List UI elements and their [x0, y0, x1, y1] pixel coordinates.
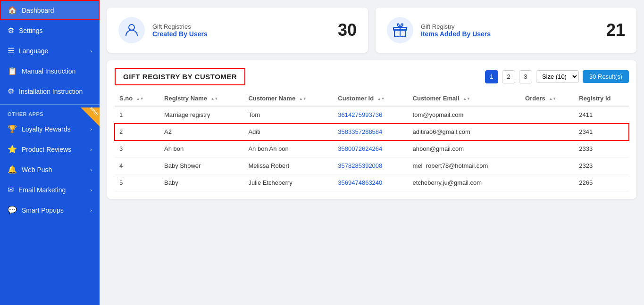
table-row[interactable]: 2 A2 Aditi 3583357288584 aditirao6@gmail…	[115, 124, 629, 140]
cell-customer-email: ahbon@gmail.com	[408, 140, 521, 157]
cell-customer-email: tom@yopmail.com	[408, 106, 521, 124]
pagination-controls: 1 2 3 Size (10) 30 Result(s)	[485, 70, 629, 83]
stat-sublabel: Items Added By Users	[421, 30, 599, 38]
sidebar-item-product-reviews[interactable]: ⭐ Product Reviews ›	[0, 139, 100, 159]
registry-table: S.no ▲▼ Registry Name ▲▼ Customer Name ▲…	[115, 91, 629, 191]
cell-customer-email: mel_robert78@hotmail.com	[408, 157, 521, 174]
trophy-icon: 🏆	[8, 124, 17, 133]
bell-icon: 🔔	[8, 165, 17, 174]
cell-registry-id: 2323	[574, 157, 629, 174]
customer-id-link[interactable]: 3583357288584	[338, 128, 382, 135]
sidebar-item-loyalty-rewards[interactable]: 🏆 Loyalty Rewards ›	[0, 119, 100, 139]
col-sno: S.no ▲▼	[115, 91, 159, 106]
page-btn-2[interactable]: 2	[502, 70, 515, 83]
table-row[interactable]: 5 Baby Julie Etcheberry 3569474863240 et…	[115, 174, 629, 191]
col-customer-id: Customer Id ▲▼	[333, 91, 408, 106]
cell-sno: 3	[115, 140, 159, 157]
stat-label: Gift Registry	[421, 23, 599, 30]
home-icon: 🏠	[8, 6, 17, 15]
cell-customer-id[interactable]: 3614275993736	[333, 106, 408, 124]
table-row[interactable]: 1 Marriage registry Tom 3614275993736 to…	[115, 106, 629, 124]
cell-customer-name: Ah bon Ah bon	[243, 140, 333, 157]
sidebar-item-language[interactable]: ☰ Language ›	[0, 41, 100, 61]
sidebar-item-label: Dashboard	[22, 7, 54, 14]
sidebar-item-label: Email Marketing	[18, 186, 66, 194]
sidebar-item-email-marketing[interactable]: ✉ Email Marketing ›	[0, 180, 100, 200]
install-icon: ⚙	[8, 87, 14, 96]
main-content: Gift Registries Created By Users 30 Gift…	[100, 0, 644, 305]
customer-id-link[interactable]: 3614275993736	[338, 111, 382, 118]
cell-customer-id[interactable]: 3569474863240	[333, 174, 408, 191]
cell-customer-email: aditirao6@gmail.com	[408, 124, 521, 140]
cell-customer-id[interactable]: 3578285392008	[333, 157, 408, 174]
stat-info-gift-registry-items: Gift Registry Items Added By Users	[421, 23, 599, 38]
stats-row: Gift Registries Created By Users 30 Gift…	[107, 8, 636, 53]
cell-customer-name: Aditi	[243, 124, 333, 140]
sort-icon[interactable]: ▲▼	[549, 97, 556, 101]
stat-card-gift-registries: Gift Registries Created By Users 30	[107, 8, 368, 53]
gear-icon: ⚙	[8, 26, 14, 35]
size-select[interactable]: Size (10)	[536, 70, 579, 83]
customer-id-link[interactable]: 3569474863240	[338, 179, 382, 186]
sidebar-item-installation-instruction[interactable]: ⚙ Installation Instruction	[0, 81, 100, 101]
sidebar-item-label: Installation Instruction	[19, 88, 83, 95]
table-row[interactable]: 4 Baby Shower Melissa Robert 35782853920…	[115, 157, 629, 174]
sidebar-item-smart-popups[interactable]: 💬 Smart Popups ›	[0, 200, 100, 220]
cell-registry-name: Marriage registry	[159, 106, 243, 124]
person-icon	[118, 17, 145, 43]
stat-card-gift-registry-items: Gift Registry Items Added By Users 21	[376, 8, 636, 53]
cell-customer-id[interactable]: 3583357288584	[333, 124, 408, 140]
sort-icon[interactable]: ▲▼	[463, 97, 470, 101]
col-orders: Orders ▲▼	[520, 91, 574, 106]
customer-id-link[interactable]: 3580072624264	[338, 145, 382, 152]
cell-orders	[520, 174, 574, 191]
sort-icon[interactable]: ▲▼	[377, 97, 385, 101]
table-row[interactable]: 3 Ah bon Ah bon Ah bon 3580072624264 ahb…	[115, 140, 629, 157]
chevron-right-icon: ›	[90, 126, 92, 132]
chevron-right-icon: ›	[90, 147, 92, 152]
stat-sublabel: Created By Users	[152, 30, 330, 38]
col-registry-id: Registry Id	[574, 91, 629, 106]
sidebar-item-web-push[interactable]: 🔔 Web Push ›	[0, 159, 100, 180]
chevron-right-icon: ›	[90, 48, 92, 54]
table-header: S.no ▲▼ Registry Name ▲▼ Customer Name ▲…	[115, 91, 629, 106]
sort-icon[interactable]: ▲▼	[136, 97, 144, 101]
page-btn-3[interactable]: 3	[519, 70, 532, 83]
chevron-right-icon: ›	[90, 187, 92, 193]
cell-registry-id: 2411	[574, 106, 629, 124]
sidebar-item-label: Settings	[19, 27, 43, 34]
cell-sno: 1	[115, 106, 159, 124]
sidebar-item-dashboard[interactable]: 🏠 Dashboard	[0, 0, 100, 20]
cell-orders	[520, 140, 574, 157]
cell-customer-name: Julie Etcheberry	[243, 174, 333, 191]
sidebar-item-label: Smart Popups	[22, 206, 64, 214]
cell-registry-id: 2333	[574, 140, 629, 157]
col-registry-name: Registry Name ▲▼	[159, 91, 243, 106]
sidebar-item-label: Loyalty Rewards	[22, 125, 71, 133]
customer-id-link[interactable]: 3578285392008	[338, 162, 382, 169]
section-header: GIFT REGISTRY BY CUSTOMER 1 2 3 Size (10…	[115, 68, 629, 85]
sidebar-item-settings[interactable]: ⚙ Settings	[0, 20, 100, 41]
other-apps-label: OTHER APPS	[8, 111, 92, 117]
cell-registry-name: Baby	[159, 174, 243, 191]
cell-registry-name: A2	[159, 124, 243, 140]
cell-registry-id: 2265	[574, 174, 629, 191]
cell-customer-id[interactable]: 3580072624264	[333, 140, 408, 157]
table-body: 1 Marriage registry Tom 3614275993736 to…	[115, 106, 629, 191]
stat-number-gift-registries: 30	[338, 20, 357, 40]
cell-registry-name: Baby Shower	[159, 157, 243, 174]
cell-orders	[520, 124, 574, 140]
sidebar-item-label: Manual Instruction	[22, 67, 75, 75]
cell-customer-name: Tom	[243, 106, 333, 124]
gift-icon	[387, 17, 413, 43]
document-icon: 📋	[8, 66, 17, 75]
chevron-right-icon: ›	[90, 207, 92, 213]
sort-icon[interactable]: ▲▼	[211, 97, 218, 101]
sidebar-divider	[0, 104, 100, 105]
cell-orders	[520, 106, 574, 124]
page-btn-1[interactable]: 1	[485, 70, 498, 83]
results-button[interactable]: 30 Result(s)	[583, 70, 629, 83]
sort-icon[interactable]: ▲▼	[299, 97, 307, 101]
sidebar-item-manual-instruction[interactable]: 📋 Manual Instruction	[0, 61, 100, 81]
cell-sno: 4	[115, 157, 159, 174]
